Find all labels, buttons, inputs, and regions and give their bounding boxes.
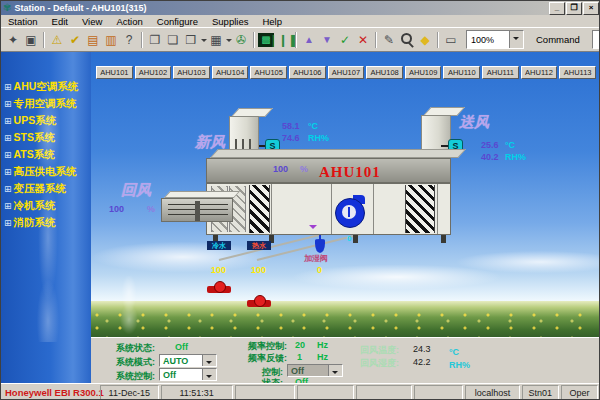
sidebar-item-hv-power[interactable]: ⊞ 高压供电系统 bbox=[4, 164, 90, 180]
tab-ahu108[interactable]: AHU108 bbox=[366, 66, 403, 79]
toolbar-separator bbox=[253, 32, 255, 48]
zoom-icon[interactable] bbox=[398, 31, 416, 49]
group-display-icon[interactable]: ❘❙❚ bbox=[274, 31, 292, 49]
expand-icon[interactable]: ⊞ bbox=[4, 185, 12, 194]
system-mode-value: AUTO bbox=[160, 356, 202, 366]
tab-ahu106[interactable]: AHU106 bbox=[289, 66, 326, 79]
status-panel: 系统状态: Off 系统模式: AUTO 系统控制: Off 频率控制: 20 … bbox=[91, 337, 600, 383]
expand-icon[interactable]: ⊞ bbox=[4, 219, 12, 228]
supply-air-rh-value: 40.2 bbox=[481, 152, 499, 162]
close-button[interactable]: × bbox=[583, 2, 599, 15]
background-decoration bbox=[109, 276, 149, 334]
tab-ahu104[interactable]: AHU104 bbox=[212, 66, 249, 79]
zoom-select[interactable]: 100% bbox=[466, 30, 524, 49]
sidebar-item-fire[interactable]: ⊞ 消防系统 bbox=[4, 215, 90, 231]
tab-ahu101[interactable]: AHU101 bbox=[96, 66, 133, 79]
expand-icon[interactable]: ⊞ bbox=[4, 83, 12, 92]
zoom-dropdown-icon[interactable] bbox=[509, 31, 523, 48]
tab-ahu105[interactable]: AHU105 bbox=[250, 66, 287, 79]
camera-icon[interactable]: ▭ bbox=[442, 31, 460, 49]
page-menu-caret-icon[interactable] bbox=[200, 31, 207, 49]
section-divider bbox=[437, 184, 438, 234]
restore-button[interactable]: ❐ bbox=[566, 2, 582, 15]
hot-water-valve-icon[interactable] bbox=[247, 295, 271, 309]
toolbar-separator bbox=[437, 32, 439, 48]
status-summary-icon[interactable]: ? bbox=[120, 31, 138, 49]
chilled-water-valve-icon[interactable] bbox=[207, 281, 231, 295]
control-dropdown-icon[interactable] bbox=[328, 365, 342, 376]
menu-configure[interactable]: Configure bbox=[150, 16, 205, 27]
tab-ahu103[interactable]: AHU103 bbox=[173, 66, 210, 79]
control-select[interactable]: Off bbox=[287, 364, 343, 377]
page-menu-icon[interactable]: ❒ bbox=[182, 31, 200, 49]
lower-display-icon[interactable]: ▼ bbox=[318, 31, 336, 49]
system-control-dropdown-icon[interactable] bbox=[202, 369, 216, 380]
supply-air-rh-unit: RH% bbox=[505, 152, 526, 162]
sidebar-item-sts[interactable]: ⊞ STS系统 bbox=[4, 130, 90, 146]
toolbar-separator bbox=[375, 32, 377, 48]
expand-icon[interactable]: ⊞ bbox=[4, 117, 12, 126]
menu-supplies[interactable]: Supplies bbox=[205, 16, 255, 27]
capture-icon[interactable]: ✇ bbox=[232, 31, 250, 49]
sidebar-item-ats[interactable]: ⊞ ATS系统 bbox=[4, 147, 90, 163]
page-recall-icon[interactable]: ❐ bbox=[146, 31, 164, 49]
tab-ahu113[interactable]: AHU113 bbox=[559, 66, 596, 79]
system-control-value: Off bbox=[160, 370, 202, 380]
freq-feedback-label: 频率反馈: bbox=[229, 352, 287, 365]
status-cell-empty bbox=[297, 385, 354, 400]
print-icon[interactable]: ▦ bbox=[207, 31, 225, 49]
sidebar-item-label: 消防系统 bbox=[14, 216, 56, 230]
grille-handle bbox=[195, 201, 200, 221]
priority-diamond-icon[interactable]: ◆ bbox=[416, 31, 434, 49]
tab-ahu111[interactable]: AHU111 bbox=[482, 66, 519, 79]
expand-icon[interactable]: ⊞ bbox=[4, 168, 12, 177]
tab-ahu107[interactable]: AHU107 bbox=[328, 66, 365, 79]
menu-station[interactable]: Station bbox=[1, 16, 45, 27]
statusbar: Honeywell EBI R300.1 11-Dec-15 11:51:31 … bbox=[1, 383, 600, 400]
expand-icon[interactable]: ⊞ bbox=[4, 151, 12, 160]
sidebar-item-chiller[interactable]: ⊞ 冷机系统 bbox=[4, 198, 90, 214]
expand-icon[interactable]: ⊞ bbox=[4, 134, 12, 143]
assoc-display-icon[interactable]: ❏ bbox=[164, 31, 182, 49]
accept-icon[interactable]: ✓ bbox=[336, 31, 354, 49]
titlebar[interactable]: ✾ Station - Default - AHU101(315) _ ❐ × bbox=[1, 1, 600, 15]
date-cell: 11-Dec-15 bbox=[100, 385, 159, 400]
tab-ahu109[interactable]: AHU109 bbox=[405, 66, 442, 79]
reject-icon[interactable]: ✕ bbox=[354, 31, 372, 49]
toolbar-separator bbox=[43, 32, 45, 48]
menu-help[interactable]: Help bbox=[255, 16, 289, 27]
sidebar-item-ups[interactable]: ⊞ UPS系统 bbox=[4, 113, 90, 129]
user-cell: Oper bbox=[561, 385, 598, 400]
sidebar-item-dedicated-ac[interactable]: ⊞ 专用空调系统 bbox=[4, 96, 90, 112]
tab-ahu102[interactable]: AHU102 bbox=[135, 66, 172, 79]
expand-icon[interactable]: ⊞ bbox=[4, 100, 12, 109]
command-combo[interactable] bbox=[592, 30, 600, 49]
expand-icon[interactable]: ⊞ bbox=[4, 202, 12, 211]
message-summary-icon[interactable]: ▤ bbox=[84, 31, 102, 49]
freq-control-value: 20 bbox=[295, 340, 305, 350]
system-mode-select[interactable]: AUTO bbox=[159, 354, 217, 367]
system-mode-dropdown-icon[interactable] bbox=[202, 355, 216, 366]
alarm-summary-icon[interactable]: ⚠ bbox=[48, 31, 66, 49]
edit-find-icon[interactable]: ✎ bbox=[380, 31, 398, 49]
supply-fan-icon[interactable] bbox=[335, 198, 365, 228]
event-summary-icon[interactable]: ▥ bbox=[102, 31, 120, 49]
raise-display-icon[interactable]: ▲ bbox=[300, 31, 318, 49]
menu-action[interactable]: Action bbox=[109, 16, 149, 27]
menu-view[interactable]: View bbox=[75, 16, 109, 27]
alarm-ack-icon[interactable]: ✔ bbox=[66, 31, 84, 49]
sidebar-item-ahu[interactable]: ⊞ AHU空调系统 bbox=[4, 79, 90, 95]
print-caret-icon[interactable] bbox=[225, 31, 232, 49]
tab-ahu110[interactable]: AHU110 bbox=[443, 66, 480, 79]
system-control-select[interactable]: Off bbox=[159, 368, 217, 381]
tab-ahu112[interactable]: AHU112 bbox=[521, 66, 558, 79]
command-input[interactable] bbox=[593, 33, 600, 46]
station-connect-icon[interactable]: ✦ bbox=[4, 31, 22, 49]
minimize-button[interactable]: _ bbox=[549, 2, 565, 15]
sidebar-item-label: 专用空调系统 bbox=[14, 97, 77, 111]
status-cell-empty bbox=[235, 385, 295, 400]
station-display-icon[interactable]: ▣ bbox=[22, 31, 40, 49]
menu-edit[interactable]: Edit bbox=[45, 16, 75, 27]
app-icon: ✾ bbox=[3, 3, 11, 13]
sidebar-item-transformer[interactable]: ⊞ 变压器系统 bbox=[4, 181, 90, 197]
